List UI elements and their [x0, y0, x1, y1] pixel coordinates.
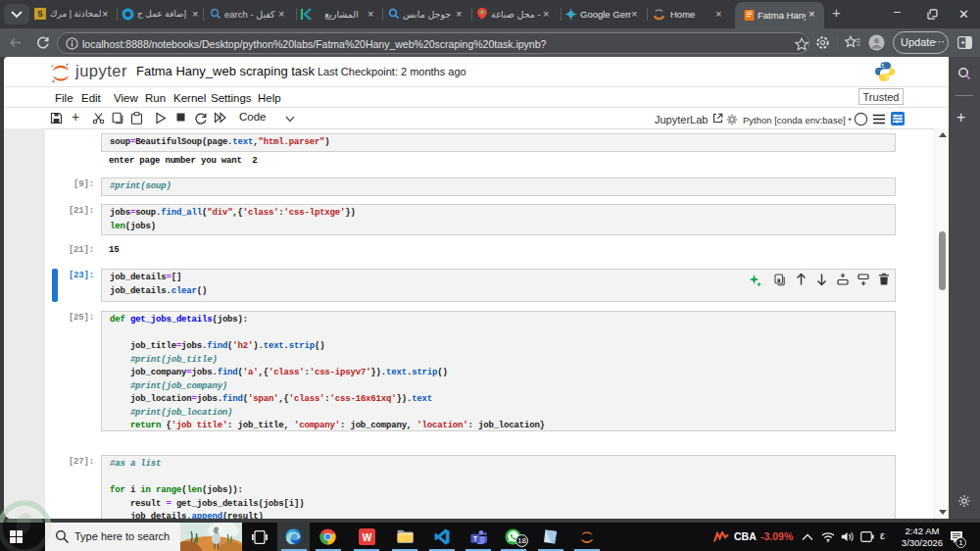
- svg-text:T: T: [473, 535, 477, 542]
- svg-text:W: W: [363, 532, 372, 543]
